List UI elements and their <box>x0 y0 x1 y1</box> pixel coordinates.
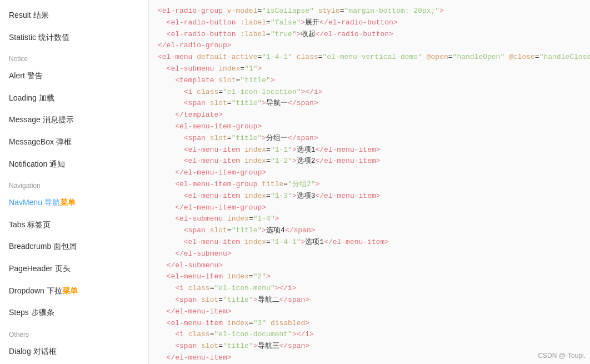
sidebar-item-breadcrumb[interactable]: Breadcrumb 面包屑 <box>0 236 148 258</box>
code-panel[interactable]: <el-radio-group v-model="isCollapse" sty… <box>149 0 590 364</box>
sidebar-item-loading[interactable]: Loading 加载 <box>0 87 148 109</box>
sidebar-item-tabs[interactable]: Tabs 标签页 <box>0 214 148 236</box>
sidebar-item-message[interactable]: Message 消息提示 <box>0 109 148 131</box>
sidebar-item-messagebox[interactable]: MessageBox 弹框 <box>0 131 148 153</box>
sidebar-item-pageheader[interactable]: PageHeader 页头 <box>0 258 148 280</box>
sidebar-item-navmenu[interactable]: NavMenu 导航菜单 <box>0 192 148 214</box>
sidebar-section-notice: Notice <box>0 48 148 65</box>
sidebar-item-steps[interactable]: Steps 步骤条 <box>0 302 148 324</box>
sidebar-item-notification[interactable]: Notification 通知 <box>0 153 148 176</box>
sidebar: Result 结果 Statistic 统计数值 Notice Alert 警告… <box>0 0 149 364</box>
sidebar-item-result[interactable]: Result 结果 <box>0 4 148 27</box>
sidebar-section-navigation: Navigation <box>0 175 148 192</box>
sidebar-section-others: Others <box>0 324 148 341</box>
code-content: <el-radio-group v-model="isCollapse" sty… <box>149 0 590 364</box>
sidebar-item-statistic[interactable]: Statistic 统计数值 <box>0 27 148 49</box>
sidebar-item-alert[interactable]: Alert 警告 <box>0 65 148 87</box>
sidebar-item-dialog[interactable]: Dialog 对话框 <box>0 341 148 363</box>
watermark: CSDN @-Toupi. <box>538 352 586 360</box>
sidebar-item-dropdown[interactable]: Dropdown 下拉菜单 <box>0 280 148 302</box>
